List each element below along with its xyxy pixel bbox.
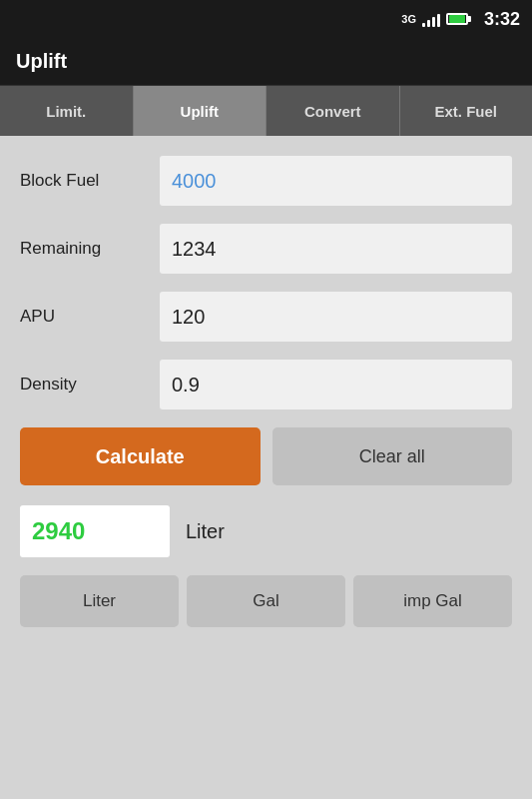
unit-liter-button[interactable]: Liter [20,575,179,627]
remaining-row: Remaining [20,224,512,274]
unit-buttons-row: Liter Gal imp Gal [20,575,512,627]
apu-row: APU [20,292,512,342]
status-bar: 3G 3:32 [0,0,532,38]
tab-convert[interactable]: Convert [266,86,400,136]
calculate-button[interactable]: Calculate [20,427,261,485]
block-fuel-row: Block Fuel [20,156,512,206]
title-bar: Uplift [0,38,532,86]
action-buttons: Calculate Clear all [20,427,512,485]
network-type-icon: 3G [401,13,416,25]
status-time: 3:32 [484,9,520,30]
tab-limit[interactable]: Limit. [0,86,134,136]
tab-ext-fuel[interactable]: Ext. Fuel [400,86,533,136]
battery-icon [446,13,468,25]
unit-imp-gal-button[interactable]: imp Gal [353,575,512,627]
result-value: 2940 [32,517,85,545]
result-unit: Liter [186,520,225,543]
apu-input[interactable] [160,292,512,342]
apu-label: APU [20,307,160,327]
tab-bar: Limit. Uplift Convert Ext. Fuel [0,86,532,136]
app-title: Uplift [16,50,67,73]
unit-gal-button[interactable]: Gal [187,575,345,627]
density-row: Density [20,360,512,409]
remaining-input[interactable] [160,224,512,274]
block-fuel-input[interactable] [160,156,512,206]
density-label: Density [20,375,160,395]
block-fuel-label: Block Fuel [20,171,160,191]
tab-uplift[interactable]: Uplift [134,86,267,136]
result-value-box: 2940 [20,505,170,557]
main-content: Block Fuel Remaining APU Density Calcula… [0,136,532,637]
signal-strength-icon [422,11,440,27]
clear-all-button[interactable]: Clear all [272,427,513,485]
density-input[interactable] [160,360,512,409]
remaining-label: Remaining [20,239,160,259]
signal-icons: 3G [401,11,468,27]
result-row: 2940 Liter [20,505,512,557]
